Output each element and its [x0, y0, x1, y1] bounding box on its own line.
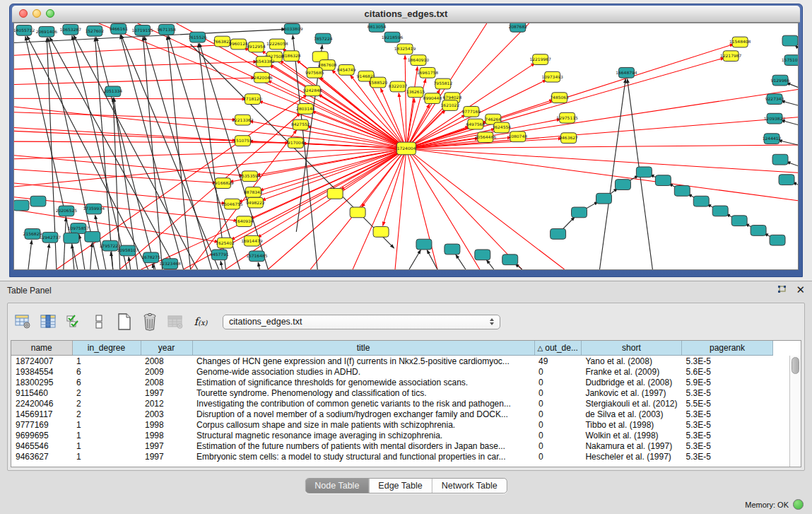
network-edge[interactable]	[258, 262, 259, 269]
network-node[interactable]: 1640934	[235, 216, 254, 227]
table-cell[interactable]: 0	[534, 430, 581, 440]
network-node[interactable]: 15353594	[239, 171, 261, 182]
network-node[interactable]: 1621022	[441, 100, 460, 111]
network-edge[interactable]	[406, 148, 522, 269]
network-node[interactable]: 12093822	[764, 113, 786, 124]
table-cell[interactable]: 2008	[141, 356, 192, 367]
table-cell[interactable]: 5.3E-5	[682, 440, 773, 451]
network-edge[interactable]	[600, 79, 626, 269]
network-node[interactable]	[502, 255, 518, 265]
table-cell[interactable]: 1	[72, 440, 141, 451]
table-cell[interactable]: Franke et al. (2009)	[581, 366, 681, 377]
table-cell[interactable]: 0	[534, 377, 581, 387]
network-node[interactable]: 6497568	[466, 119, 485, 129]
network-node[interactable]: 1362615	[406, 87, 425, 98]
table-cell[interactable]: 1998	[141, 430, 192, 440]
column-header-name[interactable]: name	[11, 341, 72, 356]
network-edge[interactable]	[259, 148, 406, 190]
network-edge[interactable]	[427, 250, 437, 269]
table-cell[interactable]: 5.9E-5	[682, 377, 773, 387]
table-cell[interactable]: 2	[72, 387, 141, 398]
network-node[interactable]	[782, 35, 798, 46]
table-cell[interactable]: Embryonic stem cells: a model to study s…	[192, 451, 534, 462]
table-row[interactable]: 911546021997Tourette syndrome. Phenomeno…	[11, 387, 773, 398]
table-cell[interactable]: 0	[534, 451, 581, 462]
table-cell[interactable]: 0	[534, 366, 581, 377]
network-edge[interactable]	[781, 100, 798, 105]
network-node[interactable]: 7625402	[216, 238, 235, 248]
network-node[interactable]	[770, 235, 785, 245]
memory-status-indicator[interactable]	[793, 499, 804, 510]
table-cell[interactable]: 0	[534, 419, 581, 430]
network-node[interactable]	[731, 216, 747, 226]
tab-edge-table[interactable]: Edge Table	[369, 479, 432, 493]
table-cell[interactable]: 1997	[141, 451, 192, 462]
table-row[interactable]: 1456911722003Disruption of a novel membe…	[11, 409, 773, 419]
network-edge[interactable]	[14, 62, 257, 69]
network-node[interactable]	[772, 154, 788, 165]
network-node[interactable]: 9457791	[210, 250, 229, 260]
network-node[interactable]: 16648794	[616, 67, 637, 78]
network-node[interactable]: 16914479	[241, 235, 263, 246]
network-node[interactable]: 12975115	[556, 112, 578, 123]
network-edge[interactable]	[14, 98, 246, 99]
table-cell[interactable]: 1	[72, 451, 141, 462]
network-node[interactable]: 18640910	[408, 55, 430, 66]
network-node[interactable]: 8322037	[389, 81, 408, 92]
network-node[interactable]: 3624554	[492, 122, 511, 133]
table-cell[interactable]: Hescheler et al. (1997)	[581, 451, 681, 462]
network-edge[interactable]	[778, 140, 798, 145]
table-row[interactable]: 946362711997Embryonic stem cells: a mode…	[11, 451, 773, 462]
minimize-window-button[interactable]	[33, 9, 41, 18]
network-node[interactable]: 10653287	[60, 24, 82, 35]
table-row[interactable]: 946554611997Estimation of the future num…	[11, 440, 773, 451]
network-node[interactable]: 8427552	[291, 119, 310, 130]
table-cell[interactable]: de Silva et al. (2003)	[581, 409, 681, 419]
table-cell[interactable]: 19384554	[11, 366, 72, 377]
network-node[interactable]: 8186328	[282, 51, 301, 62]
network-node[interactable]	[751, 226, 766, 236]
network-edge[interactable]	[268, 148, 406, 269]
network-node[interactable]: 9671358	[157, 24, 176, 35]
network-node[interactable]: 1527602	[85, 25, 104, 36]
network-node[interactable]: 12217987	[720, 51, 742, 62]
table-select-dropdown[interactable]: citations_edges.txt	[223, 315, 500, 329]
column-header-year[interactable]: year	[141, 341, 192, 356]
column-header-title[interactable]: title	[192, 341, 534, 356]
network-node[interactable]	[779, 175, 794, 185]
table-cell[interactable]: 1	[72, 419, 141, 430]
network-node[interactable]: 1510755	[233, 136, 252, 146]
network-node[interactable]	[475, 250, 490, 260]
network-node[interactable]: 16543382	[253, 57, 275, 67]
table-cell[interactable]: 1	[72, 430, 141, 440]
table-cell[interactable]: Wolkin et al. (1998)	[581, 430, 681, 440]
network-edge[interactable]	[406, 117, 798, 148]
table-cell[interactable]: 5.3E-5	[682, 356, 773, 367]
table-cell[interactable]: Corpus callosum shape and size in male p…	[192, 419, 534, 430]
network-edge[interactable]	[406, 148, 798, 201]
network-node[interactable]: 19166829	[212, 178, 234, 189]
window-titlebar[interactable]: citations_edges.txt	[12, 6, 800, 23]
network-node[interactable]: 12942737	[40, 232, 61, 243]
table-cell[interactable]: 2	[72, 398, 141, 409]
network-node[interactable]: 7857224	[314, 33, 333, 44]
table-cell[interactable]: 5.3E-5	[682, 451, 773, 462]
network-node[interactable]: 9227343	[765, 94, 784, 105]
table-cell[interactable]: 0	[534, 440, 581, 451]
network-node[interactable]: 20564486	[475, 132, 497, 143]
network-node[interactable]	[14, 200, 29, 211]
network-node[interactable]: 1080748	[508, 132, 527, 142]
column-header-in-degree[interactable]: in_degree	[72, 341, 141, 356]
table-cell[interactable]: 2008	[141, 377, 192, 387]
network-node[interactable]: 12323468	[159, 259, 181, 269]
table-cell[interactable]: 5.3E-5	[682, 419, 773, 430]
table-cell[interactable]: 9115460	[11, 387, 72, 398]
network-node[interactable]: 16033809	[281, 23, 303, 34]
network-node[interactable]: 1678275	[141, 252, 160, 263]
network-node[interactable]: 7955812	[434, 78, 453, 89]
table-row[interactable]: 1938455462009Genome-wide association stu…	[11, 366, 773, 377]
network-edge[interactable]	[46, 244, 49, 269]
network-node[interactable]: 8813054	[367, 23, 387, 32]
network-node[interactable]: 14055712	[14, 25, 35, 35]
network-edge[interactable]	[406, 66, 418, 148]
